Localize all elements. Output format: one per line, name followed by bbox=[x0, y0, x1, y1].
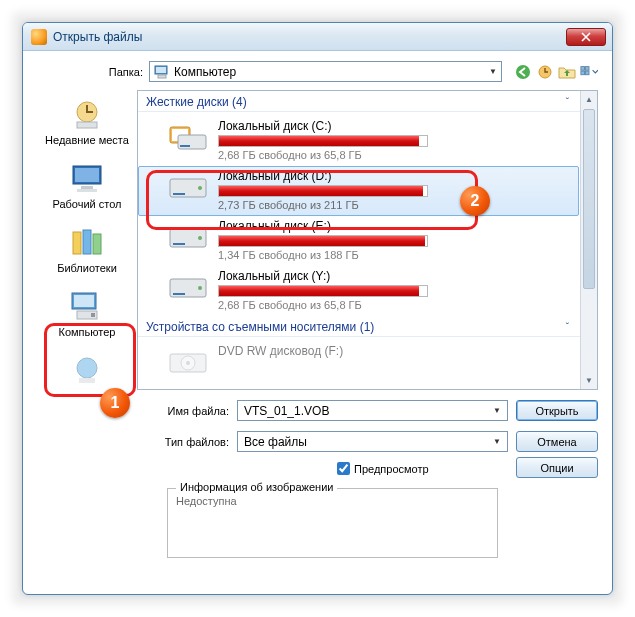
svg-rect-6 bbox=[585, 66, 589, 70]
svg-rect-19 bbox=[74, 295, 94, 307]
svg-rect-15 bbox=[73, 232, 81, 254]
group-removable-header[interactable]: Устройства со съемными носителями (1) ˇ bbox=[138, 316, 597, 337]
svg-rect-7 bbox=[581, 71, 585, 75]
drive-d-free: 2,73 ГБ свободно из 211 ГБ bbox=[218, 199, 569, 211]
dvd-icon bbox=[168, 346, 208, 376]
libraries-icon bbox=[67, 226, 107, 260]
svg-rect-8 bbox=[585, 71, 589, 75]
recent-icon[interactable] bbox=[536, 63, 554, 81]
open-button[interactable]: Открыть bbox=[516, 400, 598, 421]
view-icon[interactable] bbox=[580, 63, 598, 81]
svg-rect-12 bbox=[75, 168, 99, 182]
drive-y-usage bbox=[218, 285, 428, 297]
scrollbar[interactable]: ▲ ▼ bbox=[580, 91, 597, 389]
svg-rect-17 bbox=[93, 234, 101, 254]
place-computer-label: Компьютер bbox=[41, 326, 133, 338]
titlebar[interactable]: Открыть файлы bbox=[23, 23, 612, 51]
drive-y-free: 2,68 ГБ свободно из 65,8 ГБ bbox=[218, 299, 569, 311]
group-hdd-header[interactable]: Жесткие диски (4) ˇ bbox=[138, 91, 597, 112]
computer-place-icon bbox=[67, 290, 107, 324]
image-info-text: Недоступна bbox=[176, 495, 237, 507]
drive-c-usage bbox=[218, 135, 428, 147]
dropdown-icon: ▼ bbox=[489, 67, 497, 76]
place-network[interactable] bbox=[41, 350, 133, 394]
recent-places-icon bbox=[67, 98, 107, 132]
filename-input[interactable]: VTS_01_1.VOB ▼ bbox=[237, 400, 508, 421]
place-libraries-label: Библиотеки bbox=[41, 262, 133, 274]
group-hdd-title: Жесткие диски (4) bbox=[146, 95, 247, 109]
svg-point-36 bbox=[198, 286, 202, 290]
svg-point-30 bbox=[198, 186, 202, 190]
drive-e-name: Локальный диск (E:) bbox=[218, 219, 569, 233]
svg-rect-2 bbox=[158, 75, 166, 78]
svg-rect-23 bbox=[79, 378, 95, 383]
place-recent-label: Недавние места bbox=[41, 134, 133, 146]
drive-dvd-name: DVD RW дисковод (F:) bbox=[218, 344, 569, 358]
places-bar: Недавние места Рабочий стол Библиотеки К… bbox=[37, 90, 137, 390]
svg-point-3 bbox=[516, 65, 530, 79]
drive-c-name: Локальный диск (C:) bbox=[218, 119, 569, 133]
svg-rect-35 bbox=[173, 293, 185, 295]
back-icon[interactable] bbox=[514, 63, 532, 81]
hdd-icon bbox=[168, 271, 208, 301]
scroll-thumb[interactable] bbox=[583, 109, 595, 289]
up-folder-icon[interactable] bbox=[558, 63, 576, 81]
svg-rect-10 bbox=[77, 122, 97, 128]
folder-combo[interactable]: Компьютер ▼ bbox=[149, 61, 502, 82]
drive-y[interactable]: Локальный диск (Y:) 2,68 ГБ свободно из … bbox=[138, 266, 579, 316]
file-listing[interactable]: Жесткие диски (4) ˇ Локальный диск (C:) … bbox=[137, 90, 598, 390]
place-desktop[interactable]: Рабочий стол bbox=[41, 158, 133, 214]
desktop-icon bbox=[67, 162, 107, 196]
filename-label: Имя файла: bbox=[143, 405, 229, 417]
toolbar-icons bbox=[514, 63, 598, 81]
scroll-down-icon[interactable]: ▼ bbox=[581, 372, 597, 389]
image-info-legend: Информация об изображении bbox=[176, 481, 337, 493]
svg-rect-14 bbox=[77, 189, 97, 192]
open-file-dialog: Открыть файлы Папка: Компьютер ▼ bbox=[22, 22, 613, 595]
hdd-icon bbox=[168, 171, 208, 201]
filename-value: VTS_01_1.VOB bbox=[244, 404, 329, 418]
svg-point-22 bbox=[77, 358, 97, 378]
place-libraries[interactable]: Библиотеки bbox=[41, 222, 133, 278]
svg-point-33 bbox=[198, 236, 202, 240]
svg-rect-32 bbox=[173, 243, 185, 245]
options-button[interactable]: Опции bbox=[516, 457, 598, 478]
svg-point-39 bbox=[186, 361, 190, 365]
app-icon bbox=[31, 29, 47, 45]
dropdown-icon: ▼ bbox=[493, 437, 501, 446]
folder-label: Папка: bbox=[103, 66, 143, 78]
drive-e[interactable]: Локальный диск (E:) 1,34 ГБ свободно из … bbox=[138, 216, 579, 266]
scroll-up-icon[interactable]: ▲ bbox=[581, 91, 597, 108]
drive-y-name: Локальный диск (Y:) bbox=[218, 269, 569, 283]
preview-label: Предпросмотр bbox=[354, 463, 429, 475]
close-button[interactable] bbox=[566, 28, 606, 46]
svg-rect-5 bbox=[581, 66, 585, 70]
preview-checkbox[interactable] bbox=[337, 462, 350, 475]
svg-rect-29 bbox=[173, 193, 185, 195]
drive-d[interactable]: Локальный диск (D:) 2,73 ГБ свободно из … bbox=[138, 166, 579, 216]
place-computer[interactable]: Компьютер bbox=[41, 286, 133, 342]
drive-d-usage bbox=[218, 185, 428, 197]
svg-rect-13 bbox=[81, 186, 93, 189]
dropdown-icon: ▼ bbox=[493, 406, 501, 415]
filetype-select[interactable]: Все файлы ▼ bbox=[237, 431, 508, 452]
filetype-value: Все файлы bbox=[244, 435, 307, 449]
drive-c-free: 2,68 ГБ свободно из 65,8 ГБ bbox=[218, 149, 569, 161]
drive-d-name: Локальный диск (D:) bbox=[218, 169, 569, 183]
svg-rect-27 bbox=[180, 145, 190, 147]
hdd-icon bbox=[168, 221, 208, 251]
svg-rect-21 bbox=[91, 313, 95, 317]
drive-e-free: 1,34 ГБ свободно из 188 ГБ bbox=[218, 249, 569, 261]
collapse-icon[interactable]: ˇ bbox=[566, 322, 569, 333]
place-recent[interactable]: Недавние места bbox=[41, 94, 133, 150]
drive-c[interactable]: Локальный диск (C:) 2,68 ГБ свободно из … bbox=[138, 116, 579, 166]
drive-e-usage bbox=[218, 235, 428, 247]
drive-dvd[interactable]: DVD RW дисковод (F:) bbox=[138, 341, 579, 381]
hdd-icon bbox=[168, 121, 208, 151]
svg-rect-1 bbox=[156, 67, 166, 73]
cancel-button[interactable]: Отмена bbox=[516, 431, 598, 452]
computer-icon bbox=[154, 65, 170, 79]
svg-rect-16 bbox=[83, 230, 91, 254]
collapse-icon[interactable]: ˇ bbox=[566, 97, 569, 108]
filetype-label: Тип файлов: bbox=[143, 436, 229, 448]
